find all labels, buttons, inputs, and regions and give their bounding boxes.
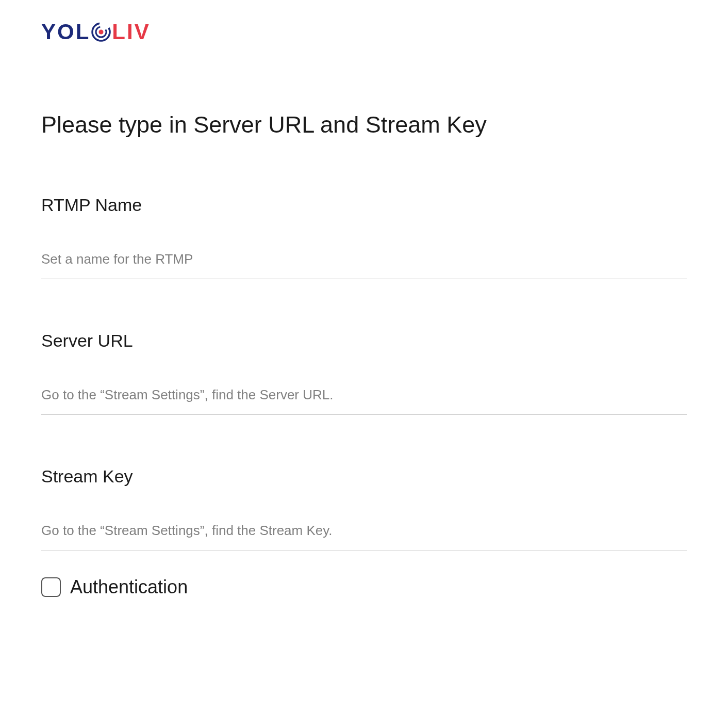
server-url-label: Server URL: [41, 331, 687, 351]
page-title: Please type in Server URL and Stream Key: [41, 111, 687, 138]
authentication-checkbox[interactable]: [41, 577, 61, 597]
stream-key-label: Stream Key: [41, 466, 687, 487]
stream-key-input[interactable]: [41, 517, 687, 551]
rtmp-name-section: RTMP Name: [41, 195, 687, 279]
authentication-label: Authentication: [70, 576, 188, 598]
server-url-input[interactable]: [41, 382, 687, 415]
stream-key-section: Stream Key: [41, 466, 687, 551]
svg-point-2: [99, 30, 104, 35]
brand-logo: YOL LIV: [41, 20, 687, 44]
logo-target-icon: [90, 21, 112, 43]
server-url-section: Server URL: [41, 331, 687, 415]
rtmp-name-input[interactable]: [41, 246, 687, 279]
logo-text-liv: LIV: [112, 20, 150, 44]
authentication-row: Authentication: [41, 576, 687, 598]
rtmp-name-label: RTMP Name: [41, 195, 687, 215]
logo-text-yol: YOL: [41, 20, 90, 44]
